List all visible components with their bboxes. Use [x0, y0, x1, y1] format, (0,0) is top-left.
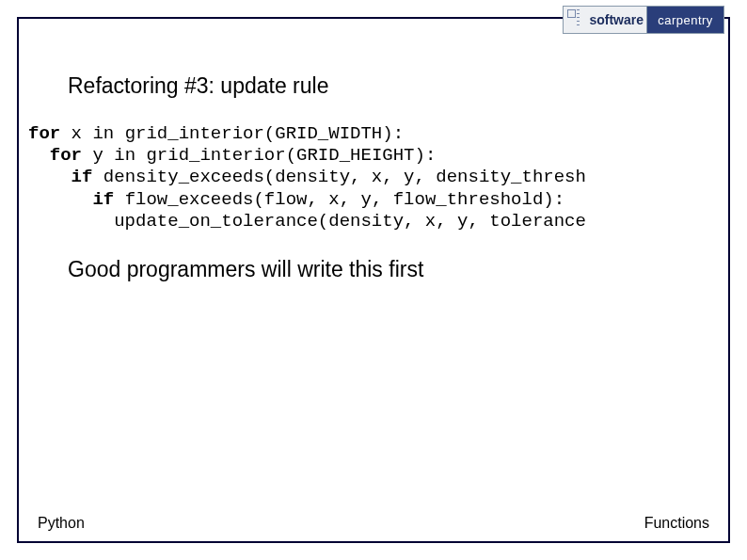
- keyword-if: if: [72, 167, 93, 187]
- code-line: update_on_tolerance(density, x, y, toler…: [28, 211, 586, 232]
- slide-body-text: Good programmers will write this first: [68, 257, 726, 282]
- code-line: density_exceeds(density, x, y, density_t…: [92, 167, 586, 187]
- footer-right: Functions: [644, 515, 709, 532]
- keyword-for: for: [50, 145, 82, 166]
- logo-right-text: carpentry: [647, 7, 723, 33]
- keyword-for: for: [28, 123, 60, 144]
- logo-left-text: software: [564, 7, 647, 33]
- slide-heading: Refactoring #3: update rule: [68, 73, 726, 99]
- code-line: flow_exceeds(flow, x, y, flow_threshold)…: [114, 189, 564, 210]
- slide-content: Refactoring #3: update rule for x in gri…: [68, 73, 726, 282]
- code-block: for x in grid_interior(GRID_WIDTH): for …: [28, 123, 726, 232]
- keyword-if: if: [92, 189, 114, 210]
- code-line: y in grid_interior(GRID_HEIGHT):: [82, 145, 436, 166]
- code-line: x in grid_interior(GRID_WIDTH):: [60, 123, 404, 144]
- brand-logo: software carpentry: [563, 6, 724, 34]
- footer-left: Python: [38, 515, 85, 532]
